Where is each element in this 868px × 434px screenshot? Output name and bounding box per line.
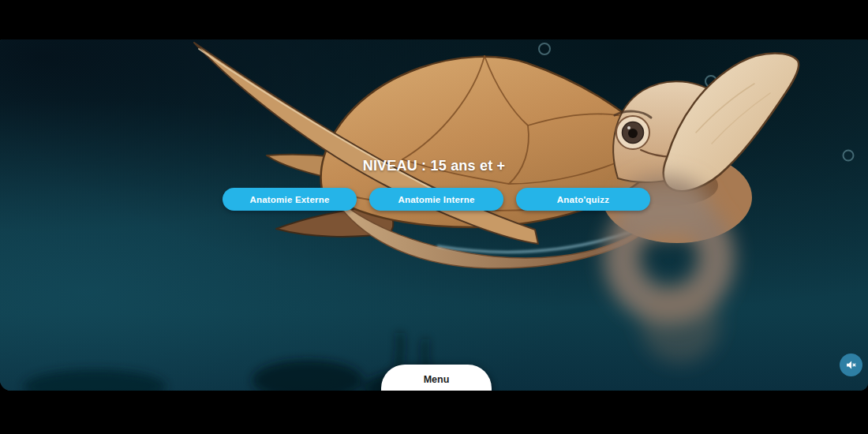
game-stage: NIVEAU : 15 ans et + Anatomie Externe An…	[0, 39, 868, 391]
app-frame: NIVEAU : 15 ans et + Anatomie Externe An…	[0, 0, 868, 434]
speaker-mute-icon	[845, 359, 857, 371]
menu-label: Menu	[424, 374, 450, 385]
level-title: NIVEAU : 15 ans et +	[0, 158, 868, 174]
mute-button[interactable]	[840, 354, 862, 376]
anatomie-interne-button[interactable]: Anatomie Interne	[369, 188, 503, 211]
letterbox-bottom	[0, 391, 868, 434]
anato-quizz-button[interactable]: Anato'quizz	[516, 188, 650, 211]
anatomie-externe-button[interactable]: Anatomie Externe	[223, 188, 357, 211]
letterbox-top	[0, 0, 868, 39]
menu-button[interactable]: Menu	[381, 365, 492, 391]
level-buttons: Anatomie Externe Anatomie Interne Anato'…	[0, 188, 868, 211]
turtle-illustration	[0, 39, 868, 391]
